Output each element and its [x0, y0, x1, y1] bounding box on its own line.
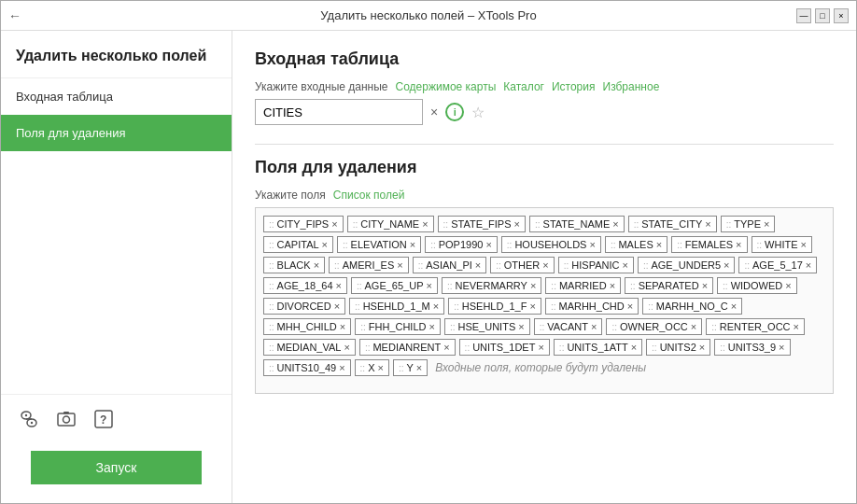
tag-remove-button[interactable]: ×: [612, 219, 618, 230]
field-tag: ::UNITS3_9×: [714, 339, 790, 356]
link-field-list[interactable]: Список полей: [333, 189, 405, 202]
drag-handle-icon: ::: [343, 240, 348, 250]
input-row: × i ☆: [255, 99, 834, 125]
minimize-button[interactable]: —: [796, 8, 811, 23]
tag-remove-button[interactable]: ×: [428, 322, 434, 332]
tag-label: DIVORCED: [277, 301, 331, 312]
tag-label: MARHH_NO_C: [656, 301, 728, 312]
tag-remove-button[interactable]: ×: [475, 260, 481, 271]
drag-handle-icon: ::: [355, 301, 360, 312]
tag-remove-button[interactable]: ×: [331, 219, 337, 230]
field-tag: ::AMERI_ES×: [329, 257, 409, 273]
restore-button[interactable]: □: [815, 8, 830, 23]
back-icon[interactable]: ←: [8, 8, 21, 23]
drag-handle-icon: ::: [269, 301, 274, 312]
tag-remove-button[interactable]: ×: [699, 343, 705, 353]
input-prompt-label: Укажите входные данные: [255, 80, 388, 93]
tag-remove-button[interactable]: ×: [322, 240, 328, 250]
tag-label: WIDOWED: [731, 280, 783, 291]
tag-remove-button[interactable]: ×: [538, 343, 543, 353]
tag-remove-button[interactable]: ×: [656, 240, 662, 250]
tag-remove-button[interactable]: ×: [724, 260, 729, 271]
table-input[interactable]: [255, 99, 423, 125]
field-tag: ::HSEHLD_1_M×: [349, 298, 444, 315]
tag-remove-button[interactable]: ×: [530, 281, 536, 291]
tag-remove-button[interactable]: ×: [422, 219, 428, 230]
link-favorites[interactable]: Избранное: [603, 80, 660, 93]
tag-remove-button[interactable]: ×: [514, 219, 520, 230]
tag-remove-button[interactable]: ×: [529, 301, 535, 312]
tag-label: FHH_CHILD: [369, 321, 427, 332]
help-icon-button[interactable]: ?: [91, 406, 117, 432]
tag-remove-button[interactable]: ×: [610, 281, 615, 291]
drag-handle-icon: ::: [535, 219, 541, 230]
tag-remove-button[interactable]: ×: [631, 343, 637, 353]
python-icon-button[interactable]: [16, 406, 42, 432]
sidebar-item-input-table[interactable]: Входная таблица: [1, 78, 232, 115]
tag-remove-button[interactable]: ×: [702, 281, 708, 291]
tag-remove-button[interactable]: ×: [443, 343, 449, 353]
screenshot-icon-button[interactable]: [53, 406, 79, 432]
tag-remove-button[interactable]: ×: [314, 260, 319, 271]
tag-remove-button[interactable]: ×: [794, 322, 799, 332]
tag-remove-button[interactable]: ×: [589, 240, 595, 250]
tag-label: FEMALES: [685, 239, 733, 250]
tag-remove-button[interactable]: ×: [806, 260, 811, 271]
info-icon-button[interactable]: i: [445, 103, 464, 121]
tag-label: AGE_UNDER5: [651, 259, 721, 271]
drag-handle-icon: ::: [360, 363, 366, 373]
tag-remove-button[interactable]: ×: [627, 301, 633, 312]
drag-handle-icon: ::: [269, 260, 274, 271]
link-catalog[interactable]: Каталог: [503, 80, 544, 93]
link-map-contents[interactable]: Содержимое карты: [396, 80, 497, 93]
tag-remove-button[interactable]: ×: [731, 301, 737, 312]
tag-remove-button[interactable]: ×: [378, 363, 384, 373]
field-tag: ::UNITS_1DET×: [459, 339, 550, 356]
tag-remove-button[interactable]: ×: [410, 240, 415, 250]
tag-remove-button[interactable]: ×: [622, 260, 627, 271]
tag-remove-button[interactable]: ×: [340, 322, 345, 332]
tag-remove-button[interactable]: ×: [433, 301, 439, 312]
drag-handle-icon: ::: [269, 322, 274, 332]
tag-remove-button[interactable]: ×: [416, 363, 422, 373]
tag-remove-button[interactable]: ×: [339, 363, 344, 373]
favorite-star-icon[interactable]: ☆: [471, 104, 485, 121]
tag-label: MHH_CHILD: [277, 321, 337, 332]
fields-area: ::CITY_FIPS×::CITY_NAME×::STATE_FIPS×::S…: [255, 207, 834, 394]
drag-handle-icon: ::: [634, 219, 639, 230]
tag-remove-button[interactable]: ×: [518, 322, 524, 332]
tag-remove-button[interactable]: ×: [426, 281, 431, 291]
sidebar-item-fields-to-delete[interactable]: Поля для удаления: [1, 115, 232, 151]
fields-hint: Входные поля, которые будут удалены: [435, 361, 646, 374]
link-history[interactable]: История: [552, 80, 596, 93]
drag-handle-icon: ::: [269, 240, 274, 250]
tag-remove-button[interactable]: ×: [344, 343, 349, 353]
drag-handle-icon: ::: [269, 281, 274, 291]
launch-button[interactable]: Запуск: [31, 451, 202, 484]
tag-remove-button[interactable]: ×: [736, 240, 741, 250]
tag-remove-button[interactable]: ×: [785, 281, 791, 291]
tag-remove-button[interactable]: ×: [691, 322, 696, 332]
sidebar-bottom: ?: [1, 394, 232, 443]
drag-handle-icon: ::: [353, 219, 358, 230]
tag-label: POP1990: [439, 239, 484, 250]
tag-remove-button[interactable]: ×: [779, 343, 784, 353]
clear-button[interactable]: ×: [430, 105, 438, 119]
drag-handle-icon: ::: [726, 219, 732, 230]
tag-remove-button[interactable]: ×: [764, 219, 769, 230]
tag-remove-button[interactable]: ×: [336, 281, 342, 291]
drag-handle-icon: ::: [269, 363, 274, 373]
field-tag: ::MALES×: [605, 236, 667, 253]
tag-label: STATE_CITY: [641, 218, 702, 230]
tag-remove-button[interactable]: ×: [542, 260, 548, 271]
tag-remove-button[interactable]: ×: [591, 322, 597, 332]
field-tag: ::WIDOWED×: [717, 277, 797, 294]
tag-remove-button[interactable]: ×: [705, 219, 710, 230]
tag-remove-button[interactable]: ×: [334, 301, 340, 312]
tag-remove-button[interactable]: ×: [801, 240, 807, 250]
main-window: ← Удалить несколько полей – XTools Pro —…: [0, 0, 857, 504]
close-button[interactable]: ×: [834, 8, 849, 23]
tag-remove-button[interactable]: ×: [485, 240, 491, 250]
tag-remove-button[interactable]: ×: [397, 260, 402, 271]
field-tag: ::ELEVATION×: [337, 236, 421, 253]
